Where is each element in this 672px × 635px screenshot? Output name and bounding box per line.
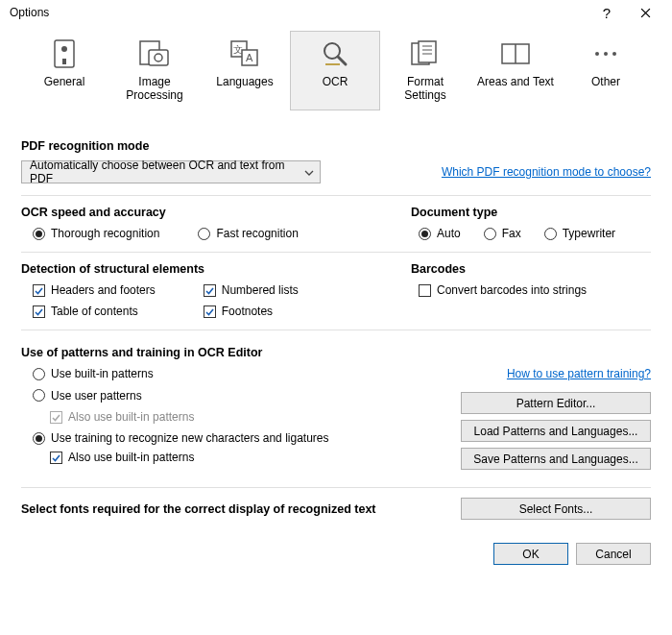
check-convert-barcodes[interactable]: Convert barcodes into strings <box>419 283 587 297</box>
radio-thorough[interactable]: Thorough recognition <box>33 227 159 240</box>
radio-auto[interactable]: Auto <box>419 227 461 240</box>
close-icon <box>640 8 651 18</box>
tab-ocr[interactable]: OCR <box>290 31 380 110</box>
cancel-button[interactable]: Cancel <box>576 543 651 565</box>
section-speed-doctype: OCR speed and accuracy Thorough recognit… <box>21 196 651 252</box>
barcodes-title: Barcodes <box>411 262 651 283</box>
speed-title: OCR speed and accuracy <box>21 206 392 227</box>
check-headers-footers[interactable]: Headers and footers <box>33 283 156 297</box>
languages-icon: 文A <box>228 37 261 70</box>
check-footnotes[interactable]: Footnotes <box>204 305 299 318</box>
tab-format-settings[interactable]: Format Settings <box>380 31 470 110</box>
content-area: PDF recognition mode Automatically choos… <box>0 110 672 531</box>
general-icon <box>48 37 81 70</box>
radio-builtin-patterns[interactable]: Use built-in patterns <box>33 367 154 380</box>
tab-languages[interactable]: 文A Languages <box>200 31 290 110</box>
svg-rect-2 <box>62 59 66 64</box>
radio-typewriter[interactable]: Typewriter <box>544 227 615 240</box>
doctype-title: Document type <box>411 206 651 227</box>
svg-rect-4 <box>149 50 168 65</box>
section-pdf-mode: PDF recognition mode Automatically choos… <box>21 122 651 195</box>
svg-point-1 <box>61 46 67 52</box>
other-icon <box>589 37 622 70</box>
svg-rect-14 <box>419 41 436 62</box>
format-settings-icon <box>409 37 442 70</box>
load-patterns-button[interactable]: Load Patterns and Languages... <box>461 420 651 442</box>
svg-point-21 <box>604 52 608 56</box>
close-button[interactable] <box>626 0 664 25</box>
radio-fax[interactable]: Fax <box>484 227 521 240</box>
title-bar: Options ? <box>0 0 672 25</box>
pdf-mode-title: PDF recognition mode <box>21 139 651 160</box>
chevron-down-icon <box>304 165 314 179</box>
fonts-title: Select fonts required for the correct di… <box>21 502 376 516</box>
section-patterns: Use of patterns and training in OCR Edit… <box>21 330 651 487</box>
window-title: Options <box>10 6 49 19</box>
check-also-builtin-2[interactable]: Also use built-in patterns <box>50 451 194 464</box>
pattern-editor-button[interactable]: Pattern Editor... <box>461 392 651 414</box>
dialog-footer: OK Cancel <box>0 531 672 578</box>
patterns-help-link[interactable]: How to use pattern training? <box>507 367 651 380</box>
tab-strip: General Image Processing 文A Languages OC… <box>0 25 672 110</box>
section-structural-barcodes: Detection of structural elements Headers… <box>21 253 651 330</box>
tab-areas-text[interactable]: Areas and Text <box>470 31 561 110</box>
check-also-builtin-1: Also use built-in patterns <box>50 410 194 424</box>
check-numbered-lists[interactable]: Numbered lists <box>204 283 299 297</box>
image-processing-icon <box>138 37 171 70</box>
areas-text-icon <box>499 37 532 70</box>
select-fonts-button[interactable]: Select Fonts... <box>461 498 651 520</box>
radio-fast[interactable]: Fast recognition <box>198 227 298 240</box>
pdf-mode-help-link[interactable]: Which PDF recognition mode to choose? <box>442 165 651 179</box>
tab-general[interactable]: General <box>19 31 109 110</box>
help-button[interactable]: ? <box>588 0 626 25</box>
pdf-mode-dropdown[interactable]: Automatically choose between OCR and tex… <box>21 160 321 183</box>
check-toc[interactable]: Table of contents <box>33 305 156 318</box>
ok-button[interactable]: OK <box>493 543 568 565</box>
tab-other[interactable]: Other <box>561 31 651 110</box>
svg-point-20 <box>595 52 599 56</box>
radio-user-patterns[interactable]: Use user patterns <box>33 389 142 403</box>
patterns-title: Use of patterns and training in OCR Edit… <box>21 346 651 367</box>
ocr-icon <box>319 37 351 70</box>
tab-image-processing[interactable]: Image Processing <box>109 31 200 110</box>
radio-training[interactable]: Use training to recognize new characters… <box>33 431 329 445</box>
structural-title: Detection of structural elements <box>21 262 392 283</box>
section-fonts: Select fonts required for the correct di… <box>21 488 651 531</box>
save-patterns-button[interactable]: Save Patterns and Languages... <box>461 448 651 470</box>
svg-point-22 <box>612 52 616 56</box>
svg-text:A: A <box>246 52 253 63</box>
svg-line-11 <box>338 57 346 64</box>
